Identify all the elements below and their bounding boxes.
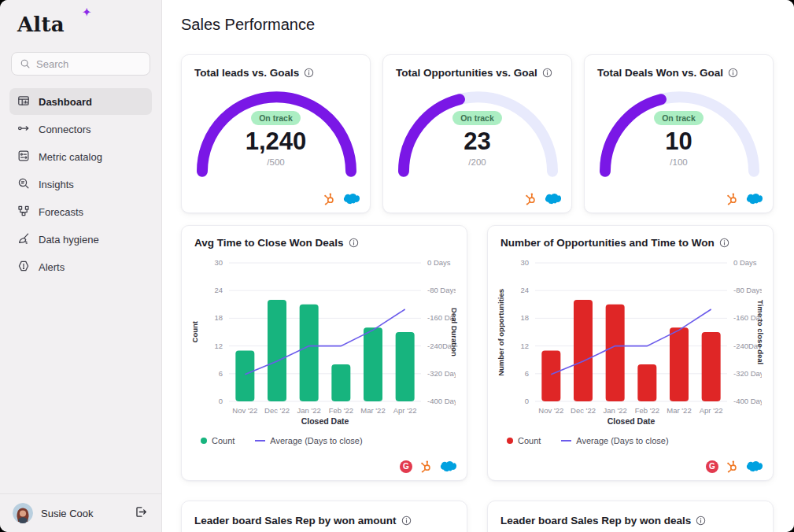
g-logo-icon: G <box>706 460 718 473</box>
sidebar-item-label: Connectors <box>39 124 90 135</box>
salesforce-icon <box>343 193 360 205</box>
data-sources <box>524 192 561 205</box>
legend-item-count[interactable]: Count <box>201 436 235 445</box>
kpi-card: Total Deals Won vs. Goal On track 10 /10… <box>584 54 774 213</box>
svg-text:24: 24 <box>520 286 529 294</box>
svg-text:0: 0 <box>525 397 529 405</box>
legend-item-count[interactable]: Count <box>507 436 541 445</box>
info-icon[interactable] <box>719 238 729 248</box>
svg-text:0 Days: 0 Days <box>427 258 451 267</box>
info-icon[interactable] <box>542 68 552 78</box>
hubspot-icon <box>419 460 433 473</box>
svg-text:0 Days: 0 Days <box>733 258 757 267</box>
sidebar-item-label: Data hygiene <box>39 234 99 246</box>
svg-text:Closed Date: Closed Date <box>301 416 349 426</box>
alta-logo: Alta ✦ <box>0 0 82 41</box>
plot-area: 300 Days24-80 Days18-160 Days12-240Days6… <box>194 255 454 427</box>
forecasts-icon <box>17 205 30 217</box>
sparkle-icon: ✦ <box>83 6 91 18</box>
svg-text:0: 0 <box>219 397 223 405</box>
logout-icon <box>134 505 147 519</box>
search-box[interactable] <box>11 52 150 76</box>
salesforce-icon <box>746 460 763 472</box>
info-icon[interactable] <box>696 515 706 526</box>
dashboard-icon <box>17 94 30 107</box>
salesforce-icon <box>440 460 456 472</box>
chart-title-text: Avg Time to Close Won Deals <box>194 237 344 249</box>
sidebar-item-connectors[interactable]: Connectors <box>9 116 152 142</box>
svg-text:Nov '22: Nov '22 <box>538 406 563 415</box>
kpi-card: Total Opportunities vs. Goal On track 23… <box>382 54 572 213</box>
sidebar-item-label: Metric catalog <box>39 151 102 163</box>
salesforce-icon <box>746 193 763 205</box>
sidebar-item-label: Alerts <box>39 261 65 273</box>
sidebar-item-label: Dashboard <box>39 96 92 108</box>
legend-dot-icon <box>507 438 513 444</box>
gauge-goal: /500 <box>194 157 357 167</box>
logout-button[interactable] <box>131 504 149 522</box>
gauge-value: 23 <box>396 128 559 155</box>
svg-text:30: 30 <box>520 258 529 267</box>
info-icon[interactable] <box>304 68 314 78</box>
sidebar-item-insights[interactable]: Insights <box>9 171 152 198</box>
leaderboard-card: Leader board Sales Rep by won amount <box>181 501 467 532</box>
chart-card-title: Number of Opportunities and Time to Won <box>500 237 760 249</box>
kpi-card-title: Total Opportunities vs. Goal <box>396 67 559 79</box>
svg-text:Apr '22: Apr '22 <box>393 406 417 415</box>
svg-text:Feb '22: Feb '22 <box>635 406 659 415</box>
svg-text:24: 24 <box>214 286 223 294</box>
svg-text:12: 12 <box>214 342 223 350</box>
svg-text:Apr '22: Apr '22 <box>700 406 723 415</box>
info-icon[interactable] <box>349 238 359 248</box>
left-axis-title: Number of opportunities <box>497 263 505 401</box>
user-name: Susie Cook <box>41 508 124 519</box>
svg-text:6: 6 <box>219 369 223 378</box>
chart-card: Number of Opportunities and Time to Won … <box>487 225 774 481</box>
sidebar-item-alerts[interactable]: Alerts <box>9 253 152 280</box>
gauge: On track 23 /200 <box>396 83 559 187</box>
kpi-title-text: Total Opportunities vs. Goal <box>396 67 537 79</box>
hubspot-icon <box>323 192 336 205</box>
salesforce-icon <box>545 193 561 205</box>
metric-catalog-icon <box>17 150 30 162</box>
data-hygiene-icon <box>17 232 30 245</box>
alerts-icon <box>17 260 30 272</box>
svg-text:Closed Date: Closed Date <box>608 416 656 426</box>
gauge: On track 10 /100 <box>597 83 760 187</box>
chart-row: Avg Time to Close Won Deals 300 Days24-8… <box>181 225 774 481</box>
info-icon[interactable] <box>728 68 738 78</box>
svg-text:Dec '22: Dec '22 <box>571 406 596 415</box>
sidebar-item-forecasts[interactable]: Forecasts <box>9 198 152 225</box>
kpi-row: Total leads vs. Goals On track 1,240 /50… <box>181 54 774 213</box>
leaderboard-title-text: Leader board Sales Rep by won amount <box>194 515 397 526</box>
app-window: Alta ✦ Dashboard Connectors Metric catal… <box>0 0 794 532</box>
legend-item-average[interactable]: Average (Days to close) <box>255 436 362 445</box>
sidebar-item-metric-catalog[interactable]: Metric catalog <box>9 143 152 170</box>
gauge: On track 1,240 /500 <box>194 83 357 187</box>
main-content: Sales Performance Total leads vs. Goals … <box>162 0 794 532</box>
g-logo-icon: G <box>400 460 412 473</box>
search-input[interactable] <box>36 58 142 70</box>
leaderboard-title-text: Leader board Sales Rep by won deals <box>500 515 691 526</box>
chart-legend: Count Average (Days to close) <box>201 436 454 445</box>
sidebar-item-dashboard[interactable]: Dashboard <box>9 88 152 115</box>
chart-card-title: Avg Time to Close Won Deals <box>194 237 454 249</box>
svg-text:Mar '22: Mar '22 <box>667 406 691 415</box>
legend-item-average[interactable]: Average (Days to close) <box>561 436 668 445</box>
sidebar-footer: Susie Cook <box>0 493 161 532</box>
legend-dash-icon <box>561 440 571 441</box>
info-icon[interactable] <box>401 515 412 526</box>
data-sources: G <box>400 460 456 473</box>
svg-text:Dec '22: Dec '22 <box>264 406 290 415</box>
hubspot-icon <box>524 192 537 205</box>
plot-area: 300 Days24-80 Days18-160 Days12-240Days6… <box>500 255 760 427</box>
gauge-goal: /200 <box>396 157 559 167</box>
legend-dot-icon <box>201 438 207 444</box>
status-badge: On track <box>251 111 301 125</box>
hubspot-icon <box>726 460 739 473</box>
sidebar-item-data-hygiene[interactable]: Data hygiene <box>9 226 152 253</box>
leaderboard-card: Leader board Sales Rep by won deals <box>487 501 774 532</box>
svg-text:Mar '22: Mar '22 <box>360 406 385 415</box>
gauge-value: 10 <box>597 128 760 155</box>
sidebar-item-label: Insights <box>39 179 74 190</box>
